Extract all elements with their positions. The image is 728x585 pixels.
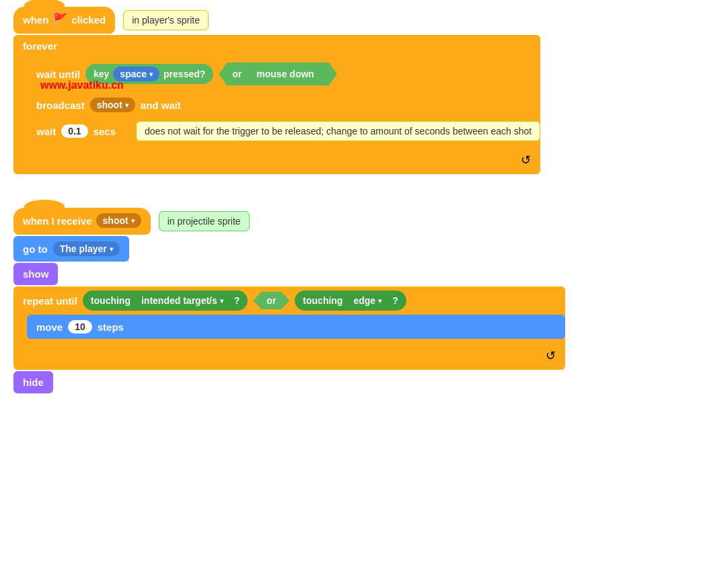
clicked-label: clicked [71, 14, 106, 26]
player-label: The player [60, 243, 107, 254]
space-label: space [120, 69, 147, 79]
when-label: when [23, 14, 48, 26]
edge-dropdown[interactable]: edge ▾ [347, 293, 388, 308]
forever-label: forever [13, 35, 540, 57]
receive-shoot-label: shoot [103, 215, 129, 226]
flag-icon: 🚩 [52, 12, 67, 27]
touching-edge-block: touching edge ▾ ? [295, 290, 406, 311]
key-label: key [94, 69, 109, 79]
go-to-block: go to The player ▾ [13, 236, 129, 262]
loop-arrow-icon: ↺ [521, 153, 531, 167]
and-wait-label: and wait [141, 100, 181, 111]
wait-label: wait [36, 126, 56, 137]
move-label: move [36, 321, 63, 333]
broadcast-label: broadcast [36, 100, 85, 111]
tooltip-projectile-sprite: in projectile sprite [159, 211, 250, 231]
hide-label: hide [23, 377, 44, 388]
repeat-until-label: repeat until [23, 295, 77, 307]
secs-input[interactable]: 0.1 [61, 124, 87, 138]
shoot-dropdown[interactable]: shoot ▾ [90, 98, 135, 112]
target-dropdown-arrow: ▾ [220, 297, 223, 305]
or-operator-2: or [253, 292, 289, 309]
show-block: show [13, 263, 58, 285]
hide-block: hide [13, 371, 53, 393]
intended-target-label: intended target/s [141, 295, 217, 306]
tooltip-player-sprite: in player's sprite [123, 10, 209, 30]
repeat-end: ↺ [13, 342, 565, 370]
secs-label: secs [94, 126, 116, 137]
question-2: ? [392, 295, 398, 306]
steps-input[interactable]: 10 [68, 320, 92, 334]
move-block: move 10 steps [27, 315, 565, 339]
forever-block: forever wait until key space ▾ pressed? … [13, 35, 540, 174]
section-1: when 🚩 clicked in player's sprite www.ja… [13, 7, 715, 174]
section-2: when I receive shoot ▾ in projectile spr… [13, 208, 715, 393]
player-dropdown-arrow: ▾ [110, 245, 113, 253]
or-operator: or mouse down [219, 63, 337, 85]
repeat-until-wrapper: repeat until touching intended target/s … [13, 286, 565, 370]
player-dropdown[interactable]: The player ▾ [53, 241, 120, 256]
mouse-down-label: mouse down [256, 69, 314, 79]
go-to-label: go to [23, 243, 48, 255]
shoot-dropdown-arrow: ▾ [125, 102, 129, 109]
wait-until-label: wait until [36, 69, 80, 80]
wait-block: wait 0.1 secs [27, 119, 125, 143]
edge-dropdown-arrow: ▾ [378, 297, 381, 305]
when-receive-label: when I receive [23, 215, 92, 227]
touching2-label: touching [303, 295, 342, 306]
edge-label: edge [353, 295, 375, 306]
repeat-until-block: repeat until touching intended target/s … [13, 286, 565, 315]
broadcast-block: broadcast shoot ▾ and wait [27, 92, 540, 118]
mouse-down-block: mouse down [247, 66, 324, 82]
space-dropdown-arrow: ▾ [149, 71, 153, 78]
receive-shoot-arrow: ▾ [131, 217, 135, 225]
watermark: www.javatiku.cn [40, 79, 124, 91]
question-1: ? [234, 295, 240, 306]
intended-target-dropdown[interactable]: intended target/s ▾ [135, 293, 230, 308]
touching-label: touching [91, 295, 131, 306]
forever-end: ↺ [13, 146, 540, 174]
steps-label: steps [98, 321, 124, 333]
tooltip-wait: does not wait for the trigger to be rele… [136, 121, 540, 141]
touching-target-block: touching intended target/s ▾ ? [83, 290, 248, 311]
receive-shoot-dropdown[interactable]: shoot ▾ [96, 213, 141, 228]
when-receive-hat: when I receive shoot ▾ [13, 208, 151, 235]
repeat-loop-arrow-icon: ↺ [546, 348, 556, 363]
show-label: show [23, 268, 48, 280]
shoot-label: shoot [97, 100, 122, 110]
when-clicked-hat: when 🚩 clicked [13, 7, 115, 34]
pressed-label: pressed? [163, 69, 205, 79]
